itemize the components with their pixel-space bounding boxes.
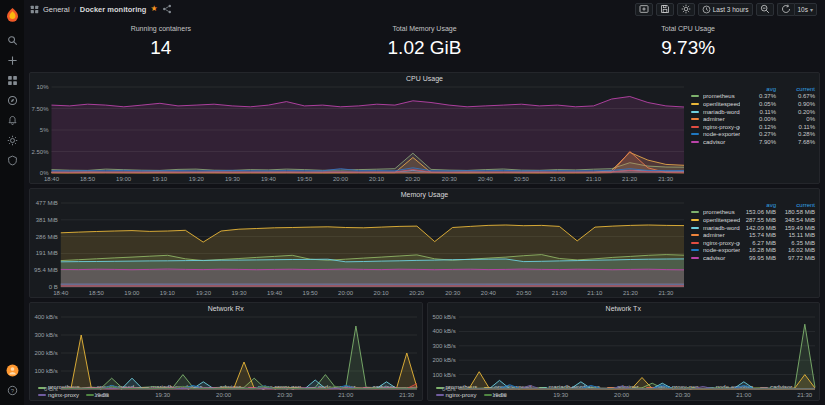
series-current: 0% <box>778 116 815 122</box>
series-name[interactable]: node-exporter <box>703 131 740 137</box>
svg-text:21:30: 21:30 <box>797 392 813 398</box>
svg-text:19:00: 19:00 <box>491 392 507 398</box>
svg-text:19:10: 19:10 <box>152 176 168 182</box>
series-name[interactable]: mariadb-wordpress <box>703 225 740 231</box>
series-name[interactable]: node-exporter <box>703 247 740 253</box>
legend-item[interactable]: openlitespeed287.55 MiB348.54 MiB <box>691 216 815 224</box>
stat-total-memory-usage: Total Memory Usage 1.02 GiB <box>293 20 557 68</box>
svg-text:20:20: 20:20 <box>405 176 421 182</box>
svg-text:300 kB/s: 300 kB/s <box>34 332 57 338</box>
svg-text:20:30: 20:30 <box>442 176 458 182</box>
legend-item[interactable]: openlitespeed0.05%0.90% <box>691 100 815 108</box>
dashboards-icon[interactable] <box>3 72 21 88</box>
series-color-marker <box>691 118 699 120</box>
zoom-out-button[interactable] <box>756 3 774 16</box>
series-color-marker <box>691 249 699 251</box>
alerting-icon[interactable] <box>3 112 21 128</box>
stat-label: Total CPU Usage <box>661 25 715 32</box>
breadcrumb-separator: / <box>74 5 76 14</box>
series-name[interactable]: prometheus <box>703 209 740 215</box>
network-rx-graph[interactable]: 400 kB/s300 kB/s200 kB/s100 kB/s0 B/s19:… <box>30 314 422 384</box>
panel-title[interactable]: Network Rx <box>30 303 422 314</box>
series-avg: 287.55 MiB <box>742 217 776 223</box>
series-name[interactable]: nginx-proxy-gen <box>703 124 740 130</box>
network-tx-graph[interactable]: 500 kB/s400 kB/s300 kB/s200 kB/s100 kB/s… <box>428 314 820 384</box>
stat-label: Running containers <box>131 25 191 32</box>
series-name[interactable]: openlitespeed <box>703 217 740 223</box>
cpu-usage-graph[interactable]: 10%7.50%5%2.50%0%18:4018:5019:0019:1019:… <box>30 84 689 183</box>
svg-text:19:40: 19:40 <box>267 290 283 296</box>
legend-item[interactable]: adminer0.00%0% <box>691 115 815 123</box>
svg-text:21:00: 21:00 <box>338 392 354 398</box>
series-name[interactable]: prometheus <box>703 93 740 99</box>
legend-item[interactable]: nginx-proxy-gen0.12%0.11% <box>691 123 815 131</box>
svg-text:20:40: 20:40 <box>478 176 494 182</box>
network-tx-panel: Network Tx 500 kB/s400 kB/s300 kB/s200 k… <box>427 302 821 401</box>
series-name[interactable]: cadvisor <box>703 255 740 261</box>
grafana-logo[interactable] <box>3 6 21 22</box>
create-icon[interactable] <box>3 52 21 68</box>
time-range-picker[interactable]: Last 3 hours <box>698 3 753 16</box>
legend-item[interactable]: cadvisor99.95 MiB97.72 MiB <box>691 254 815 262</box>
series-color-marker <box>691 227 699 229</box>
series-name[interactable]: openlitespeed <box>703 101 740 107</box>
server-admin-icon[interactable] <box>3 152 21 168</box>
avatar[interactable] <box>3 362 21 378</box>
series-name[interactable]: adminer <box>703 232 740 238</box>
legend-avg-header: avg <box>742 86 776 92</box>
legend-item[interactable]: adminer15.74 MiB15.11 MiB <box>691 231 815 239</box>
svg-text:20:30: 20:30 <box>675 392 691 398</box>
legend-item[interactable]: node-exporter16.28 MiB16.02 MiB <box>691 247 815 255</box>
refresh-interval-dropdown[interactable]: 10s ▾ <box>794 3 818 16</box>
share-icon[interactable] <box>162 4 172 14</box>
svg-text:18:40: 18:40 <box>53 290 69 296</box>
panel-title[interactable]: CPU Usage <box>30 73 819 84</box>
series-name[interactable]: mariadb-wordpress <box>703 109 740 115</box>
star-icon[interactable]: ★ <box>150 5 157 13</box>
search-icon[interactable] <box>3 32 21 48</box>
stat-value: 9.73% <box>661 37 715 59</box>
svg-text:500 kB/s: 500 kB/s <box>432 314 455 320</box>
explore-icon[interactable] <box>3 92 21 108</box>
clock-icon <box>702 5 711 14</box>
dashboard-content: Running containers 14 Total Memory Usage… <box>24 18 825 405</box>
legend-item[interactable]: prometheus153.06 MiB180.58 MiB <box>691 209 815 217</box>
series-name[interactable]: nginx-proxy-gen <box>703 240 740 246</box>
legend-item[interactable]: nginx-proxy-gen6.27 MiB6.35 MiB <box>691 239 815 247</box>
refresh-button[interactable] <box>777 3 794 16</box>
series-name[interactable]: adminer <box>703 116 740 122</box>
legend-item[interactable]: prometheus0.37%0.67% <box>691 93 815 101</box>
series-avg: 0.37% <box>742 93 776 99</box>
breadcrumb-page[interactable]: Docker monitoring <box>80 5 147 14</box>
save-dashboard-button[interactable] <box>656 3 674 16</box>
svg-text:19:00: 19:00 <box>124 290 140 296</box>
svg-text:19:50: 19:50 <box>297 176 313 182</box>
legend-item[interactable]: mariadb-wordpress0.11%0.20% <box>691 108 815 116</box>
svg-text:0 B/s: 0 B/s <box>44 386 58 392</box>
svg-text:20:00: 20:00 <box>338 290 354 296</box>
svg-text:?: ? <box>10 387 14 393</box>
network-row: Network Rx 400 kB/s300 kB/s200 kB/s100 k… <box>29 302 820 401</box>
legend-item[interactable]: mariadb-wordpress142.09 MiB159.49 MiB <box>691 224 815 232</box>
series-current: 16.02 MiB <box>778 247 815 253</box>
series-avg: 6.27 MiB <box>742 240 776 246</box>
grafana-app: ? General / Docker monitoring ★ <box>0 0 825 405</box>
svg-text:19:10: 19:10 <box>160 290 176 296</box>
svg-text:18:50: 18:50 <box>80 176 96 182</box>
svg-text:19:00: 19:00 <box>94 392 110 398</box>
panel-title[interactable]: Network Tx <box>428 303 820 314</box>
breadcrumb-section[interactable]: General <box>43 5 70 14</box>
series-name[interactable]: cadvisor <box>703 139 740 145</box>
svg-text:19:00: 19:00 <box>116 176 132 182</box>
dashboard-settings-button[interactable] <box>677 3 695 16</box>
memory-usage-graph[interactable]: 477 MiB381 MiB286 MiB191 MiB95.4 MiB0 B1… <box>30 200 689 297</box>
help-icon[interactable]: ? <box>3 382 21 398</box>
configuration-icon[interactable] <box>3 132 21 148</box>
legend-item[interactable]: node-exporter0.27%0.28% <box>691 131 815 139</box>
svg-text:5%: 5% <box>40 127 49 133</box>
add-panel-button[interactable] <box>635 3 653 16</box>
legend-item[interactable]: cadvisor7.90%7.68% <box>691 138 815 146</box>
panel-title[interactable]: Memory Usage <box>30 189 819 200</box>
series-avg: 142.09 MiB <box>742 225 776 231</box>
series-color-marker <box>691 95 699 97</box>
